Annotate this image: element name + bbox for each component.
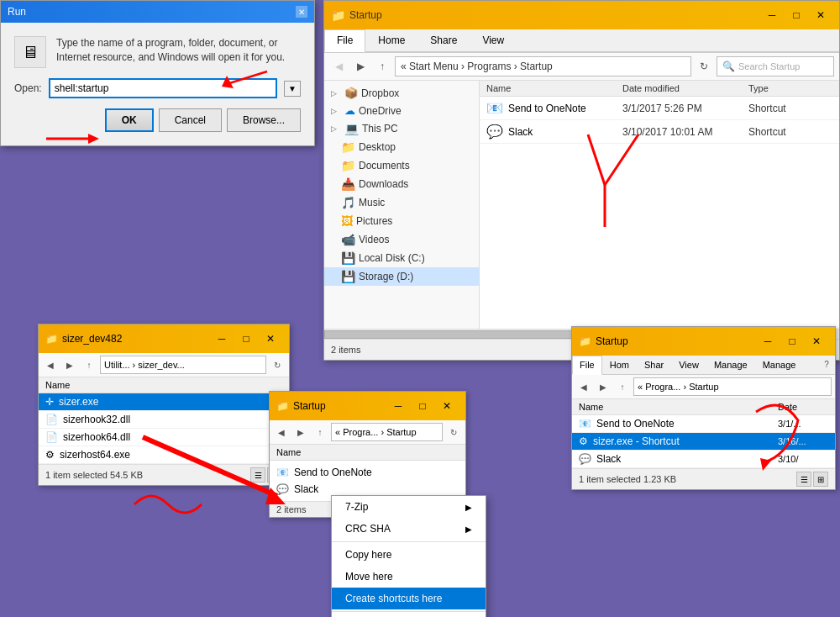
table-row[interactable]: 📧 Send to OneNote 3/1/...: [572, 415, 835, 433]
result-help-button[interactable]: ?: [818, 356, 835, 372]
result-back-button[interactable]: ◀: [575, 378, 592, 395]
tab-view[interactable]: View: [470, 29, 517, 51]
ctx-7zip-label: 7-Zip: [345, 501, 368, 513]
sidebar-arrow: ▷: [331, 124, 341, 133]
result-close-button[interactable]: ✕: [805, 331, 828, 351]
sidebar-item-desktop[interactable]: 📁 Desktop: [324, 138, 479, 156]
tab-home[interactable]: Home: [365, 29, 417, 51]
result-tab-file[interactable]: File: [572, 356, 602, 375]
result-forward-button[interactable]: ▶: [595, 378, 612, 395]
sidebar-item-storaged[interactable]: 💾 Storage (D:): [324, 267, 479, 286]
main-explorer-title-left: 📁 Startup: [331, 8, 382, 22]
sizer-close-button[interactable]: ✕: [259, 329, 282, 349]
table-row[interactable]: 💬 Slack 3/10/2017 10:01 AM Shortcut: [480, 120, 839, 144]
sidebar-item-videos[interactable]: 📹 Videos: [324, 230, 479, 249]
main-minimize-button[interactable]: ─: [760, 5, 784, 25]
table-row[interactable]: ⚙ sizerhost64.exe: [39, 446, 289, 464]
ctx-item-cancel[interactable]: Cancel: [332, 614, 486, 617]
run-ok-button[interactable]: OK: [105, 108, 154, 132]
sidebar-item-downloads[interactable]: 📥 Downloads: [324, 175, 479, 193]
main-address-bar[interactable]: « Start Menu › Programs › Startup: [395, 56, 691, 76]
ctx-item-7zip[interactable]: 7-Zip ▶: [332, 496, 486, 518]
result-slack-name: Slack: [596, 453, 778, 465]
sidebar-item-music[interactable]: 🎵 Music: [324, 193, 479, 212]
run-close-button[interactable]: ✕: [296, 6, 307, 18]
sidebar-item-pictures[interactable]: 🖼 Pictures: [324, 212, 479, 230]
sizer-col-name: Name: [45, 380, 282, 390]
refresh-button[interactable]: ↻: [695, 57, 713, 76]
main-files-panel: Name Date modified Type 📧 Send to OneNot…: [480, 81, 839, 329]
result-titlebar: 📁 Startup ─ □ ✕: [572, 327, 835, 356]
list-item[interactable]: 📧 Send to OneNote: [270, 464, 465, 481]
main-ribbon-tabs: File Home Share View: [324, 29, 839, 52]
startup-up-button[interactable]: ↑: [312, 424, 328, 440]
table-row[interactable]: ✛ sizer.exe: [39, 393, 289, 411]
main-maximize-button[interactable]: □: [785, 5, 808, 25]
table-row[interactable]: ⚙ sizer.exe - Shortcut 3/16/...: [572, 433, 835, 451]
sizer-up-button[interactable]: ↑: [81, 356, 97, 373]
file-name-onenote: Send to OneNote: [508, 103, 622, 114]
ctx-item-shortcut[interactable]: Create shortcuts here: [332, 588, 486, 609]
result-sizersc-icon: ⚙: [579, 435, 588, 447]
result-address-bar[interactable]: « Progra... › Startup: [633, 377, 832, 396]
sidebar-dropbox-label: Dropbox: [361, 87, 399, 99]
nav-forward-button[interactable]: ▶: [351, 57, 370, 76]
startup-refresh-button[interactable]: ↻: [445, 424, 462, 440]
run-browse-button[interactable]: Browse...: [227, 108, 301, 132]
tab-file[interactable]: File: [324, 29, 365, 52]
startup-back-button[interactable]: ◀: [273, 424, 290, 440]
ctx-shortcut-label: Create shortcuts here: [345, 593, 442, 604]
nav-back-button[interactable]: ◀: [329, 57, 348, 76]
table-row[interactable]: 📄 sizerhook32.dll: [39, 411, 289, 429]
sizer-maximize-button[interactable]: □: [234, 329, 258, 349]
sizer-minimize-button[interactable]: ─: [210, 329, 234, 349]
ctx-item-move[interactable]: Move here: [332, 566, 486, 588]
tab-share[interactable]: Share: [417, 29, 470, 51]
sizer-address-bar[interactable]: Utilit... › sizer_dev...: [100, 356, 266, 374]
file-date-onenote: 3/1/2017 5:26 PM: [622, 103, 748, 114]
run-dropdown-button[interactable]: ▼: [284, 81, 301, 97]
sizer-forward-button[interactable]: ▶: [61, 356, 78, 373]
result-up-button[interactable]: ↑: [614, 378, 631, 395]
result-minimize-button[interactable]: ─: [756, 331, 780, 351]
file-type-slack: Shortcut: [748, 126, 832, 138]
startup-forward-button[interactable]: ▶: [292, 424, 309, 440]
result-tab-manage2[interactable]: Manage: [755, 356, 804, 374]
main-close-button[interactable]: ✕: [809, 5, 832, 25]
startup-slack-icon: 💬: [276, 483, 289, 495]
table-row[interactable]: 📄 sizerhook64.dll: [39, 429, 289, 446]
startup-maximize-button[interactable]: □: [411, 396, 434, 416]
run-command-input[interactable]: [49, 78, 277, 98]
sizer-back-button[interactable]: ◀: [42, 356, 59, 373]
result-details-view[interactable]: ☰: [796, 472, 811, 487]
sizer-refresh-button[interactable]: ↻: [269, 356, 286, 373]
main-search-box[interactable]: 🔍 Search Startup: [717, 56, 834, 76]
sidebar-item-localc[interactable]: 💾 Local Disk (C:): [324, 249, 479, 267]
table-row[interactable]: 💬 Slack 3/10/: [572, 451, 835, 468]
result-tab-manage1[interactable]: Manage: [706, 356, 755, 374]
sidebar-item-documents[interactable]: 📁 Documents: [324, 156, 479, 175]
nav-up-button[interactable]: ↑: [373, 57, 391, 76]
result-files-header: Name Date: [572, 399, 835, 415]
startup-minimize-button[interactable]: ─: [386, 396, 410, 416]
result-tab-home[interactable]: Hom: [602, 356, 637, 374]
result-tiles-view[interactable]: ⊞: [813, 472, 828, 487]
table-row[interactable]: 📧 Send to OneNote 3/1/2017 5:26 PM Short…: [480, 97, 839, 120]
ctx-item-copy[interactable]: Copy here: [332, 544, 486, 566]
result-tab-share[interactable]: Shar: [637, 356, 671, 374]
startup-address-bar[interactable]: « Progra... › Startup: [331, 423, 443, 441]
ctx-item-crcsha[interactable]: CRC SHA ▶: [332, 518, 486, 540]
run-cancel-button[interactable]: Cancel: [159, 108, 222, 132]
sidebar-item-dropbox[interactable]: ▷ 📦 Dropbox: [324, 84, 479, 102]
sidebar-arrow: ▷: [331, 89, 341, 98]
result-status-text: 1 item selected 1.23 KB: [579, 474, 676, 484]
startup-close-button[interactable]: ✕: [435, 396, 459, 416]
result-tab-view[interactable]: View: [671, 356, 706, 374]
startup-title-left: 📁 Startup: [276, 400, 326, 412]
result-maximize-button[interactable]: □: [780, 331, 804, 351]
sidebar-item-thispc[interactable]: ▷ 💻 This PC: [324, 119, 479, 138]
sidebar-item-onedrive[interactable]: ▷ ☁ OneDrive: [324, 102, 479, 119]
sidebar-storaged-label: Storage (D:): [359, 271, 413, 282]
sizer-details-view[interactable]: ☰: [250, 467, 265, 483]
main-explorer-ribbon: File Home Share View: [324, 29, 839, 53]
